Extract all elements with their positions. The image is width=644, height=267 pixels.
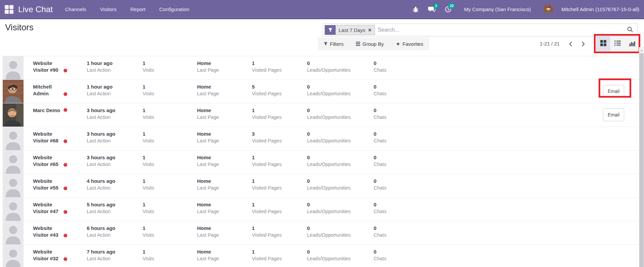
leads-opportunities-cell: 0 Leads/Opportunities xyxy=(307,84,351,97)
email-button[interactable]: Email xyxy=(603,108,624,121)
visits-cell: 1 Visits xyxy=(143,107,154,121)
visited-pages-cell: 3 Visited Pages xyxy=(252,131,281,144)
live-chat-visitors-screen: Live Chat Channels Visitors Report Confi… xyxy=(0,0,644,267)
visited-pages-cell: 1 Visited Pages xyxy=(252,178,281,191)
activities-badge: 22 xyxy=(448,3,455,9)
visitor-avatar xyxy=(3,198,24,221)
last-action-cell: 6 hours ago Last Action xyxy=(87,225,115,238)
visitor-avatar xyxy=(3,245,24,267)
email-button[interactable]: Email xyxy=(603,85,624,98)
view-switcher xyxy=(596,36,639,51)
search-magnifier-icon[interactable] xyxy=(627,26,633,34)
last-page-cell: Home Last Page xyxy=(197,201,219,215)
last-page-cell: Home Last Page xyxy=(197,107,219,121)
scroll-up-arrow-icon[interactable]: ▲ xyxy=(639,47,644,53)
list-view-button[interactable] xyxy=(610,36,625,51)
visitor-avatar xyxy=(3,221,24,244)
filters-button[interactable]: Filters xyxy=(318,37,350,50)
messages-badge: 2 xyxy=(433,3,439,9)
visitor-list: Website Visitor #90 1 hour ago Last Acti… xyxy=(0,56,639,267)
user-avatar xyxy=(543,4,553,14)
pager-next-button[interactable] xyxy=(578,39,588,48)
visitor-row[interactable]: Website Visitor #55 4 hours ago Last Act… xyxy=(0,174,639,198)
visitor-row[interactable]: Website Visitor #32 7 hours ago Last Act… xyxy=(0,245,639,267)
visitor-avatar xyxy=(3,151,24,174)
visitor-avatar xyxy=(3,174,24,197)
scrollbar-thumb[interactable] xyxy=(639,53,644,267)
visits-cell: 1 Visits xyxy=(143,201,154,215)
online-indicator-icon xyxy=(64,108,67,112)
last-action-cell: 1 hour ago Last Action xyxy=(87,60,113,73)
visited-pages-cell: 1 Visited Pages xyxy=(252,107,281,121)
bar-chart-icon xyxy=(629,40,635,47)
online-indicator-icon xyxy=(64,187,67,190)
menu-visitors[interactable]: Visitors xyxy=(100,6,117,12)
group-by-button[interactable]: Group By xyxy=(350,37,390,50)
user-menu[interactable]: Mitchell Admin (11576767-15-0-all) xyxy=(561,6,639,12)
visited-pages-cell: 1 Visited Pages xyxy=(252,248,281,262)
vertical-scrollbar[interactable]: ▲ xyxy=(639,47,644,267)
last-page-cell: Home Last Page xyxy=(197,60,219,73)
visitor-row[interactable]: Website Visitor #68 3 hours ago Last Act… xyxy=(0,127,639,151)
kanban-view-button[interactable] xyxy=(596,36,610,51)
main-menu: Channels Visitors Report Configuration xyxy=(65,6,189,12)
visitor-row[interactable]: Website Visitor #47 5 hours ago Last Act… xyxy=(0,198,639,221)
visitor-name: Website Visitor #68 xyxy=(33,131,67,144)
visitor-name: Website Visitor #32 xyxy=(33,248,67,262)
last-action-cell: 3 hours ago Last Action xyxy=(87,131,115,144)
facet-remove-icon[interactable]: ✕ xyxy=(368,28,372,33)
menu-report[interactable]: Report xyxy=(130,6,146,12)
page-title: Visitors xyxy=(5,22,34,33)
chats-cell: 0 Chats xyxy=(374,178,386,191)
activities-clock-icon[interactable]: 22 xyxy=(444,5,452,13)
visitor-row[interactable]: Website Visitor #43 6 hours ago Last Act… xyxy=(0,221,639,245)
chats-cell: 0 Chats xyxy=(374,60,386,73)
online-indicator-icon xyxy=(64,234,67,237)
visitor-name: Website Visitor #43 xyxy=(33,225,67,238)
visitor-avatar xyxy=(3,103,24,127)
company-switcher[interactable]: My Company (San Francisco) xyxy=(464,6,531,12)
online-indicator-icon xyxy=(64,163,67,167)
last-page-cell: Home Last Page xyxy=(197,225,219,238)
online-indicator-icon xyxy=(64,92,67,96)
visitor-row[interactable]: Website Visitor #90 1 hour ago Last Acti… xyxy=(0,56,639,80)
menu-channels[interactable]: Channels xyxy=(65,6,86,12)
email-button-wrap: Email xyxy=(603,85,624,98)
list-bullets-icon xyxy=(614,40,621,47)
visitor-name: Marc Demo xyxy=(33,107,67,114)
chats-cell: 0 Chats xyxy=(374,107,386,121)
visits-cell: 1 Visits xyxy=(143,154,154,168)
menu-configuration[interactable]: Configuration xyxy=(159,6,189,12)
last-page-cell: Home Last Page xyxy=(197,154,219,168)
visitor-avatar xyxy=(3,56,24,79)
online-indicator-icon xyxy=(64,139,67,143)
search-facet: Last 7 Days ✕ xyxy=(325,25,375,35)
last-page-cell: Home Last Page xyxy=(197,84,219,97)
favorites-button[interactable]: ★ Favorites xyxy=(390,37,429,50)
leads-opportunities-cell: 0 Leads/Opportunities xyxy=(307,154,351,168)
last-page-cell: Home Last Page xyxy=(197,248,219,262)
last-action-cell: 5 hours ago Last Action xyxy=(87,201,115,215)
visitor-row[interactable]: Website Visitor #65 3 hours ago Last Act… xyxy=(0,151,639,174)
visitor-name: Website Visitor #65 xyxy=(33,154,67,168)
visitor-row[interactable]: Marc Demo 3 hours ago Last Action 1 Visi… xyxy=(0,103,639,127)
messages-icon[interactable]: 2 xyxy=(428,5,436,13)
chats-cell: 0 Chats xyxy=(374,154,386,168)
online-indicator-icon xyxy=(64,69,67,72)
visits-cell: 1 Visits xyxy=(143,178,154,191)
leads-opportunities-cell: 0 Leads/Opportunities xyxy=(307,178,351,191)
visitor-row[interactable]: Mitchell Admin 1 hour ago Last Action 1 … xyxy=(0,80,639,103)
search-input[interactable] xyxy=(375,27,627,33)
pager-previous-button[interactable] xyxy=(566,39,575,48)
apps-menu-icon[interactable] xyxy=(5,5,13,14)
last-action-cell: 4 hours ago Last Action xyxy=(87,178,115,191)
leads-opportunities-cell: 0 Leads/Opportunities xyxy=(307,60,351,73)
visitor-name: Mitchell Admin xyxy=(33,84,67,97)
debug-bug-icon[interactable] xyxy=(412,5,420,13)
pager-value[interactable]: 1-21 / 21 xyxy=(540,41,560,46)
chats-cell: 0 Chats xyxy=(374,225,386,238)
chart-view-button[interactable] xyxy=(625,36,639,51)
online-indicator-icon xyxy=(64,210,67,214)
search-options-bar: Filters Group By ★ Favorites xyxy=(318,37,429,50)
visits-cell: 1 Visits xyxy=(143,225,154,238)
